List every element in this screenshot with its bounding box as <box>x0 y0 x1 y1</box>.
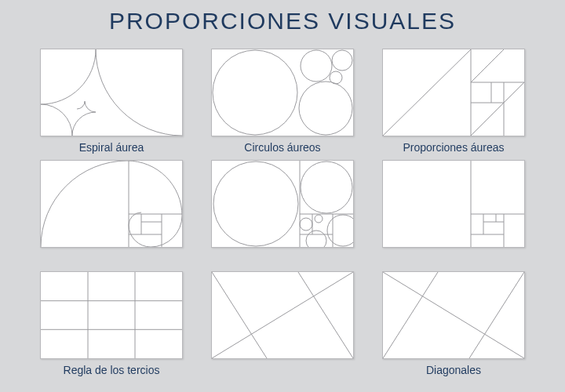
svg-line-44 <box>383 272 524 358</box>
cell-rule-of-thirds: Regla de los tercios <box>37 271 186 378</box>
diagram-grid: Espiral áurea Circulos áureos <box>0 49 565 378</box>
cell-golden-sections <box>379 160 528 267</box>
diagonals-a-icon <box>211 271 354 359</box>
svg-line-10 <box>383 49 471 136</box>
svg-point-28 <box>300 218 312 230</box>
caption: Espiral áurea <box>79 141 144 155</box>
caption: Diagonales <box>426 364 481 378</box>
cell-circles-spiral <box>208 160 357 267</box>
golden-sections-icon <box>382 160 525 248</box>
svg-line-12 <box>471 49 504 82</box>
svg-line-41 <box>212 272 353 358</box>
svg-line-11 <box>471 82 524 136</box>
svg-line-45 <box>383 272 438 358</box>
caption: Regla de los tercios <box>64 364 160 378</box>
svg-point-29 <box>315 215 323 223</box>
golden-proportions-icon <box>382 49 525 136</box>
svg-line-42 <box>212 272 267 358</box>
golden-spiral-grid-icon <box>40 160 183 248</box>
cell-diagonals-a <box>208 271 357 378</box>
cell-diagonals-b: Diagonales <box>379 271 528 378</box>
svg-line-46 <box>469 272 524 358</box>
page-title: PROPORCIONES VISUALES <box>0 8 565 34</box>
golden-spiral-icon <box>40 49 183 136</box>
golden-circles-icon <box>211 49 354 136</box>
cell-golden-spiral-grid <box>37 160 186 267</box>
svg-line-43 <box>298 272 353 358</box>
svg-point-27 <box>306 230 326 247</box>
svg-point-25 <box>301 162 352 213</box>
svg-point-26 <box>327 215 353 246</box>
page: PROPORCIONES VISUALES Espiral áurea <box>0 0 565 392</box>
diagonals-b-icon <box>382 271 525 359</box>
rule-of-thirds-icon <box>40 271 183 359</box>
svg-point-2 <box>301 50 332 82</box>
svg-point-1 <box>299 82 352 135</box>
circles-spiral-icon <box>211 160 354 248</box>
caption: Circulos áureos <box>244 141 320 155</box>
svg-point-24 <box>213 162 298 246</box>
svg-point-3 <box>332 50 352 71</box>
svg-point-4 <box>330 71 342 84</box>
cell-golden-circles: Circulos áureos <box>208 49 357 155</box>
caption: Proporciones áureas <box>403 141 504 155</box>
cell-golden-proportions: Proporciones áureas <box>379 49 528 155</box>
svg-point-0 <box>213 50 297 135</box>
cell-golden-spiral: Espiral áurea <box>37 49 186 155</box>
